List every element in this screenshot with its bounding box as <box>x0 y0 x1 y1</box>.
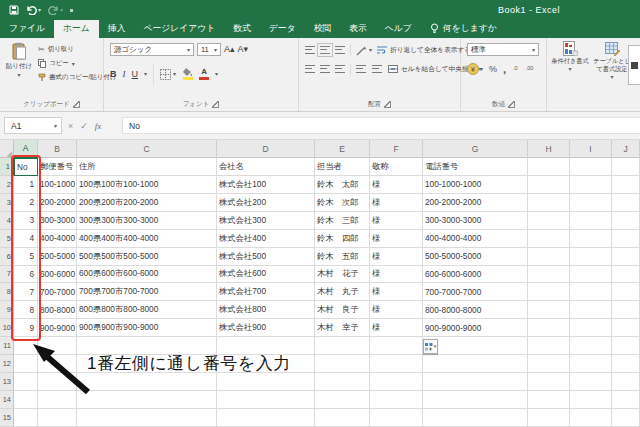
cell-B12[interactable] <box>38 355 77 373</box>
tab-home[interactable]: ホーム <box>54 20 99 38</box>
column-header-G[interactable]: G <box>423 140 528 158</box>
row-header-2[interactable]: 2 <box>0 176 14 194</box>
cell-F6[interactable]: 様 <box>370 248 423 266</box>
cell-H7[interactable] <box>528 266 570 284</box>
cell-A2[interactable]: 1 <box>14 176 38 194</box>
cell-J12[interactable] <box>612 355 640 373</box>
cell-E14[interactable] <box>315 391 370 409</box>
cell-A7[interactable]: 6 <box>14 266 38 284</box>
cell-I3[interactable] <box>570 194 612 212</box>
number-format-select[interactable]: 標準 ▾ <box>467 43 539 56</box>
cell-H10[interactable] <box>528 319 570 337</box>
cell-E10[interactable]: 木村 幸子 <box>315 319 370 337</box>
cancel-icon[interactable]: × <box>68 121 73 131</box>
conditional-formatting-button[interactable]: 条件付き書式 ▾ <box>549 41 591 80</box>
cell-H4[interactable] <box>528 212 570 230</box>
cell-E6[interactable]: 鈴木 五郎 <box>315 248 370 266</box>
formula-input[interactable]: No <box>122 117 640 134</box>
insert-function-icon[interactable]: fx <box>95 121 102 131</box>
tab-page-layout[interactable]: ページレイアウト <box>134 20 224 38</box>
cell-J1[interactable] <box>612 158 640 176</box>
cell-I2[interactable] <box>570 176 612 194</box>
select-all-corner[interactable]: ◢ <box>0 140 14 158</box>
cell-I10[interactable] <box>570 319 612 337</box>
chevron-down-icon[interactable]: ▾ <box>144 71 147 77</box>
tab-review[interactable]: 校閲 <box>305 20 341 38</box>
cell-G6[interactable]: 500-5000-5000 <box>423 248 528 266</box>
cell-B11[interactable] <box>38 337 77 355</box>
cell-A15[interactable] <box>14 409 38 427</box>
column-header-F[interactable]: F <box>370 140 423 158</box>
cell-G14[interactable] <box>423 391 528 409</box>
cell-F2[interactable]: 様 <box>370 176 423 194</box>
cell-J2[interactable] <box>612 176 640 194</box>
cell-B5[interactable]: 400-4000 <box>38 230 77 248</box>
cell-D13[interactable] <box>217 373 315 391</box>
cell-B10[interactable]: 900-9000 <box>38 319 77 337</box>
row-header-6[interactable]: 6 <box>0 248 14 266</box>
cell-J4[interactable] <box>612 212 640 230</box>
row-header-9[interactable]: 9 <box>0 301 14 319</box>
cell-A4[interactable]: 3 <box>14 212 38 230</box>
cell-E7[interactable]: 木村 花子 <box>315 266 370 284</box>
cell-styles-button-partial[interactable] <box>628 45 640 85</box>
shrink-font-button[interactable]: A▾ <box>238 45 249 54</box>
cell-F1[interactable]: 敬称 <box>370 158 423 176</box>
cell-C8[interactable]: 700県700市700-7000 <box>77 283 217 301</box>
column-header-I[interactable]: I <box>570 140 612 158</box>
cell-F8[interactable]: 様 <box>370 283 423 301</box>
row-header-5[interactable]: 5 <box>0 230 14 248</box>
cell-A13[interactable] <box>14 373 38 391</box>
cell-B9[interactable]: 800-8000 <box>38 301 77 319</box>
font-size-select[interactable]: 11 ▾ <box>197 43 221 56</box>
cell-E3[interactable]: 鈴木 次郎 <box>315 194 370 212</box>
cell-F15[interactable] <box>370 409 423 427</box>
cell-D15[interactable] <box>217 409 315 427</box>
cell-E8[interactable]: 木村 丸子 <box>315 283 370 301</box>
align-left-icon[interactable] <box>305 65 315 73</box>
cell-D9[interactable]: 株式会社800 <box>217 301 315 319</box>
row-header-1[interactable]: 1 <box>0 158 14 176</box>
cell-H6[interactable] <box>528 248 570 266</box>
cell-C2[interactable]: 100県100市100-1000 <box>77 176 217 194</box>
italic-button[interactable]: I <box>123 69 126 79</box>
cell-F5[interactable]: 様 <box>370 230 423 248</box>
grow-font-button[interactable]: A▴ <box>224 45 235 54</box>
clipboard-dialog-launcher[interactable] <box>73 101 80 108</box>
cell-G3[interactable]: 200-2000-2000 <box>423 194 528 212</box>
cell-E13[interactable] <box>315 373 370 391</box>
cell-A11[interactable] <box>14 337 38 355</box>
cell-E9[interactable]: 木村 良子 <box>315 301 370 319</box>
cell-A8[interactable]: 7 <box>14 283 38 301</box>
cell-F4[interactable]: 様 <box>370 212 423 230</box>
cell-D14[interactable] <box>217 391 315 409</box>
cell-G1[interactable]: 電話番号 <box>423 158 528 176</box>
row-header-13[interactable]: 13 <box>0 373 14 391</box>
cell-I15[interactable] <box>570 409 612 427</box>
tell-me-box[interactable]: 何をしますか <box>421 20 506 38</box>
cell-D5[interactable]: 株式会社400 <box>217 230 315 248</box>
cell-I8[interactable] <box>570 283 612 301</box>
borders-button[interactable]: ▾ <box>160 69 176 80</box>
row-header-11[interactable]: 11 <box>0 337 14 355</box>
font-name-select[interactable]: 源ゴシック ▾ <box>110 43 194 56</box>
cell-J11[interactable] <box>612 337 640 355</box>
cell-H13[interactable] <box>528 373 570 391</box>
column-header-H[interactable]: H <box>528 140 570 158</box>
bold-button[interactable]: B <box>110 69 117 79</box>
cell-B4[interactable]: 300-3000 <box>38 212 77 230</box>
cell-D2[interactable]: 株式会社100 <box>217 176 315 194</box>
enter-icon[interactable]: ✓ <box>80 121 88 131</box>
cell-I6[interactable] <box>570 248 612 266</box>
cell-C9[interactable]: 800県800市800-8000 <box>77 301 217 319</box>
cell-G2[interactable]: 100-1000-1000 <box>423 176 528 194</box>
cell-F3[interactable]: 様 <box>370 194 423 212</box>
column-header-B[interactable]: B <box>38 140 77 158</box>
cell-H15[interactable] <box>528 409 570 427</box>
cell-C4[interactable]: 300県300市300-3000 <box>77 212 217 230</box>
cell-D3[interactable]: 株式会社200 <box>217 194 315 212</box>
save-icon[interactable] <box>9 5 19 15</box>
underline-button[interactable]: U <box>132 69 139 79</box>
cell-H9[interactable] <box>528 301 570 319</box>
row-header-3[interactable]: 3 <box>0 194 14 212</box>
